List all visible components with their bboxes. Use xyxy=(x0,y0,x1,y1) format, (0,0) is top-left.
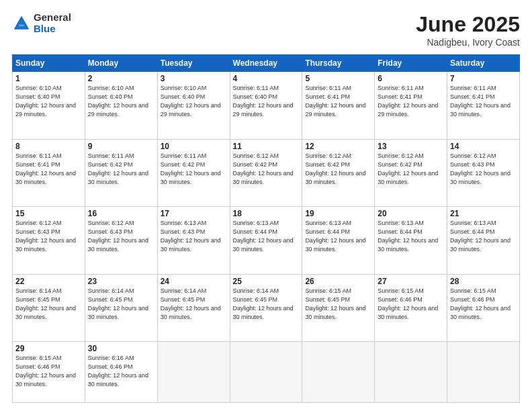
logo-text: General Blue xyxy=(34,12,71,34)
table-row xyxy=(302,342,375,403)
table-row: 30Sunrise: 6:16 AMSunset: 6:46 PMDayligh… xyxy=(85,342,157,403)
logo-icon xyxy=(12,14,31,33)
title-block: June 2025 Nadigbeu, Ivory Coast xyxy=(416,12,520,48)
table-row: 16Sunrise: 6:12 AMSunset: 6:43 PMDayligh… xyxy=(85,207,157,275)
table-row: 28Sunrise: 6:15 AMSunset: 6:46 PMDayligh… xyxy=(447,274,520,342)
table-row: 1Sunrise: 6:10 AMSunset: 6:40 PMDaylight… xyxy=(13,72,85,140)
table-row: 12Sunrise: 6:12 AMSunset: 6:42 PMDayligh… xyxy=(302,139,375,207)
table-row: 24Sunrise: 6:14 AMSunset: 6:45 PMDayligh… xyxy=(157,274,230,342)
table-row: 17Sunrise: 6:13 AMSunset: 6:43 PMDayligh… xyxy=(157,207,230,275)
col-sunday: Sunday xyxy=(13,55,85,72)
table-row: 14Sunrise: 6:12 AMSunset: 6:43 PMDayligh… xyxy=(447,139,520,207)
table-row: 23Sunrise: 6:14 AMSunset: 6:45 PMDayligh… xyxy=(85,274,157,342)
calendar-header-row: Sunday Monday Tuesday Wednesday Thursday… xyxy=(13,55,520,72)
table-row: 21Sunrise: 6:13 AMSunset: 6:44 PMDayligh… xyxy=(447,207,520,275)
table-row: 19Sunrise: 6:13 AMSunset: 6:44 PMDayligh… xyxy=(302,207,375,275)
month-title: June 2025 xyxy=(416,12,520,37)
table-row: 20Sunrise: 6:13 AMSunset: 6:44 PMDayligh… xyxy=(375,207,447,275)
table-row: 29Sunrise: 6:15 AMSunset: 6:46 PMDayligh… xyxy=(13,342,85,403)
table-row: 27Sunrise: 6:15 AMSunset: 6:46 PMDayligh… xyxy=(375,274,447,342)
table-row: 8Sunrise: 6:11 AMSunset: 6:41 PMDaylight… xyxy=(13,139,85,207)
location: Nadigbeu, Ivory Coast xyxy=(416,37,520,48)
table-row xyxy=(230,342,302,403)
table-row: 10Sunrise: 6:11 AMSunset: 6:42 PMDayligh… xyxy=(157,139,230,207)
calendar-table: Sunday Monday Tuesday Wednesday Thursday… xyxy=(12,54,520,403)
logo: General Blue xyxy=(12,12,71,34)
col-thursday: Thursday xyxy=(302,55,375,72)
table-row: 22Sunrise: 6:14 AMSunset: 6:45 PMDayligh… xyxy=(13,274,85,342)
col-monday: Monday xyxy=(85,55,157,72)
col-wednesday: Wednesday xyxy=(230,55,302,72)
table-row: 7Sunrise: 6:11 AMSunset: 6:41 PMDaylight… xyxy=(447,72,520,140)
table-row: 26Sunrise: 6:15 AMSunset: 6:45 PMDayligh… xyxy=(302,274,375,342)
table-row: 5Sunrise: 6:11 AMSunset: 6:41 PMDaylight… xyxy=(302,72,375,140)
col-friday: Friday xyxy=(375,55,447,72)
table-row: 18Sunrise: 6:13 AMSunset: 6:44 PMDayligh… xyxy=(230,207,302,275)
table-row xyxy=(447,342,520,403)
table-row: 13Sunrise: 6:12 AMSunset: 6:42 PMDayligh… xyxy=(375,139,447,207)
svg-rect-2 xyxy=(19,24,24,26)
col-saturday: Saturday xyxy=(447,55,520,72)
logo-blue-text: Blue xyxy=(34,24,71,35)
header: General Blue June 2025 Nadigbeu, Ivory C… xyxy=(12,12,520,48)
table-row: 25Sunrise: 6:14 AMSunset: 6:45 PMDayligh… xyxy=(230,274,302,342)
table-row: 15Sunrise: 6:12 AMSunset: 6:43 PMDayligh… xyxy=(13,207,85,275)
table-row: 2Sunrise: 6:10 AMSunset: 6:40 PMDaylight… xyxy=(85,72,157,140)
svg-marker-1 xyxy=(15,19,28,29)
table-row: 11Sunrise: 6:12 AMSunset: 6:42 PMDayligh… xyxy=(230,139,302,207)
table-row xyxy=(375,342,447,403)
page: General Blue June 2025 Nadigbeu, Ivory C… xyxy=(0,0,532,411)
table-row: 9Sunrise: 6:11 AMSunset: 6:42 PMDaylight… xyxy=(85,139,157,207)
col-tuesday: Tuesday xyxy=(157,55,230,72)
table-row: 4Sunrise: 6:11 AMSunset: 6:40 PMDaylight… xyxy=(230,72,302,140)
table-row: 6Sunrise: 6:11 AMSunset: 6:41 PMDaylight… xyxy=(375,72,447,140)
logo-general-text: General xyxy=(34,12,71,24)
table-row xyxy=(157,342,230,403)
table-row: 3Sunrise: 6:10 AMSunset: 6:40 PMDaylight… xyxy=(157,72,230,140)
